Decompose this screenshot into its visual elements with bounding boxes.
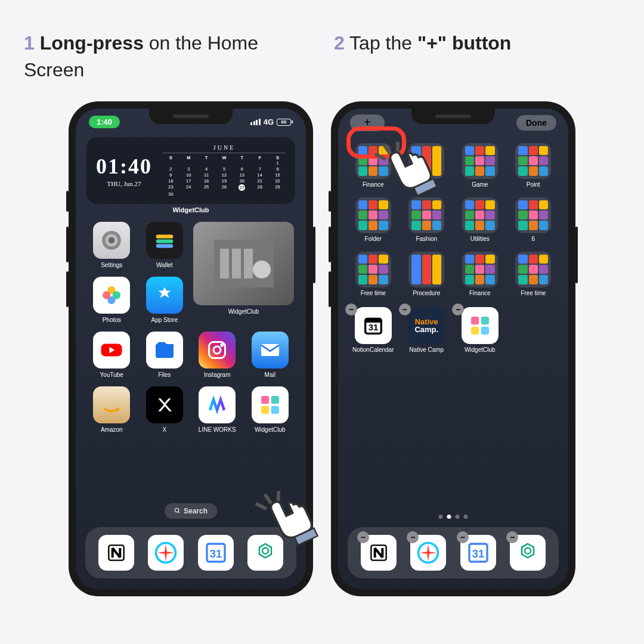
home-app-grid: SettingsWalletWidgetClubPhotosApp StoreY…	[76, 213, 306, 438]
step-1-bold: Long-press	[40, 32, 144, 54]
remove-icon[interactable]: −	[407, 531, 419, 543]
dock-app[interactable]	[98, 535, 134, 571]
svg-rect-5	[156, 244, 174, 247]
svg-rect-40	[481, 317, 488, 324]
svg-point-48	[525, 547, 531, 553]
remove-icon[interactable]: −	[457, 531, 469, 543]
svg-point-18	[221, 344, 223, 346]
folder-Procedure[interactable]: Procedure	[402, 252, 451, 296]
svg-text:31: 31	[210, 547, 222, 560]
remove-icon[interactable]: −	[345, 304, 357, 315]
folder-Finance[interactable]: Finance	[456, 252, 504, 296]
phone-1: 1:40 4G 60 01:40 THU, Jun.27	[69, 101, 313, 596]
widget-date: THU, Jun.27	[96, 180, 152, 187]
folder-Game[interactable]: Game	[456, 143, 504, 188]
signal-icon	[250, 119, 261, 125]
svg-point-2	[109, 237, 115, 243]
svg-rect-41	[471, 326, 479, 334]
app-NotionCalendar[interactable]: −31NotionCalendar	[349, 307, 398, 353]
phone-2: + Done FinanceGamePointFolderFashionUtil…	[331, 101, 575, 596]
dock-app[interactable]: −	[361, 535, 397, 571]
svg-text:31: 31	[472, 547, 484, 560]
svg-rect-21	[271, 396, 278, 404]
folder-Utilities[interactable]: Utilities	[456, 197, 504, 242]
app-settings[interactable]: Settings	[88, 222, 136, 268]
photo-widget[interactable]: WidgetClub	[193, 222, 294, 323]
notch	[149, 109, 233, 124]
svg-text:31: 31	[368, 322, 378, 332]
app-files[interactable]: Files	[141, 332, 189, 378]
widget-label: WidgetClub	[76, 206, 306, 213]
dock-app[interactable]: −31	[460, 535, 496, 571]
app-row: −31NotionCalendar−NativeCamp.Native Camp…	[338, 305, 568, 355]
svg-rect-42	[481, 326, 488, 334]
step-2-text: 2 Tap the "+" button	[334, 30, 620, 83]
notch	[411, 109, 495, 124]
svg-point-10	[253, 261, 271, 278]
page-indicator[interactable]	[439, 515, 468, 519]
widget-time: 01:40	[96, 154, 152, 179]
app-x[interactable]: X	[141, 386, 189, 433]
svg-rect-4	[156, 239, 174, 243]
folder-Point[interactable]: Point	[509, 143, 558, 188]
svg-rect-22	[261, 405, 269, 413]
svg-rect-23	[271, 405, 278, 413]
step-1-number: 1	[24, 32, 35, 54]
status-time: 1:40	[89, 116, 120, 128]
dock-app[interactable]	[247, 535, 283, 571]
folder-Free time[interactable]: Free time	[509, 252, 558, 296]
phone-2-screen[interactable]: + Done FinanceGamePointFolderFashionUtil…	[338, 109, 568, 589]
svg-rect-39	[471, 317, 479, 324]
svg-point-14	[103, 291, 110, 299]
svg-rect-8	[232, 249, 241, 278]
folder-empty[interactable]	[402, 143, 451, 188]
svg-point-24	[175, 508, 178, 512]
folder-grid: FinanceGamePointFolderFashionUtilities6F…	[338, 135, 568, 305]
plus-highlight	[346, 126, 406, 159]
step-2-bold: "+" button	[417, 32, 511, 54]
step-2-pre: Tap the	[349, 32, 417, 54]
app-youtube[interactable]: YouTube	[88, 332, 136, 378]
phone-1-screen[interactable]: 1:40 4G 60 01:40 THU, Jun.27	[76, 109, 306, 589]
app-Native Camp[interactable]: −NativeCamp.Native Camp	[402, 307, 451, 353]
svg-rect-7	[220, 249, 229, 278]
battery-icon: 60	[277, 119, 293, 126]
dock-app[interactable]: 31	[198, 535, 234, 571]
svg-point-31	[262, 547, 268, 553]
folder-6[interactable]: 6	[509, 197, 558, 242]
svg-rect-20	[261, 396, 269, 404]
app-instagram[interactable]: Instagram	[193, 332, 242, 378]
clock-calendar-widget[interactable]: 01:40 THU, Jun.27 JUNE SMTWTFS 123456789…	[86, 137, 295, 204]
remove-icon[interactable]: −	[399, 304, 411, 315]
svg-rect-9	[244, 249, 253, 278]
dock-app[interactable]	[148, 535, 184, 571]
svg-rect-3	[156, 234, 174, 238]
app-app-store[interactable]: App Store	[141, 277, 189, 323]
app-photos[interactable]: Photos	[88, 277, 136, 323]
app-amazon[interactable]: Amazon	[88, 386, 136, 433]
network-label: 4G	[264, 117, 274, 126]
dock-app[interactable]: −	[510, 535, 546, 571]
remove-icon[interactable]: −	[357, 531, 369, 543]
folder-Fashion[interactable]: Fashion	[402, 197, 451, 242]
remove-icon[interactable]: −	[506, 531, 518, 543]
done-button[interactable]: Done	[516, 115, 556, 131]
svg-point-17	[213, 346, 221, 354]
app-WidgetClub[interactable]: −WidgetClub	[456, 307, 504, 353]
folder-Free time[interactable]: Free time	[349, 252, 398, 296]
svg-rect-19	[261, 344, 279, 356]
search-pill[interactable]: Search	[165, 503, 217, 519]
remove-icon[interactable]: −	[452, 304, 464, 315]
app-mail[interactable]: Mail	[246, 332, 295, 378]
dock: 31	[85, 527, 296, 578]
folder-Folder[interactable]: Folder	[349, 197, 398, 242]
app-wallet[interactable]: Wallet	[141, 222, 189, 268]
instruction-headers: 1 Long-press on the Home Screen 2 Tap th…	[24, 30, 620, 83]
widget-calendar: JUNE SMTWTFS 123456789101112131415161718…	[163, 144, 286, 197]
step-1-text: 1 Long-press on the Home Screen	[24, 30, 310, 83]
svg-line-25	[178, 512, 179, 513]
dock-app[interactable]: −	[410, 535, 446, 571]
dock: −−−31−	[348, 527, 559, 578]
app-widgetclub[interactable]: WidgetClub	[246, 386, 295, 433]
app-line-works[interactable]: LINE WORKS	[193, 386, 242, 433]
